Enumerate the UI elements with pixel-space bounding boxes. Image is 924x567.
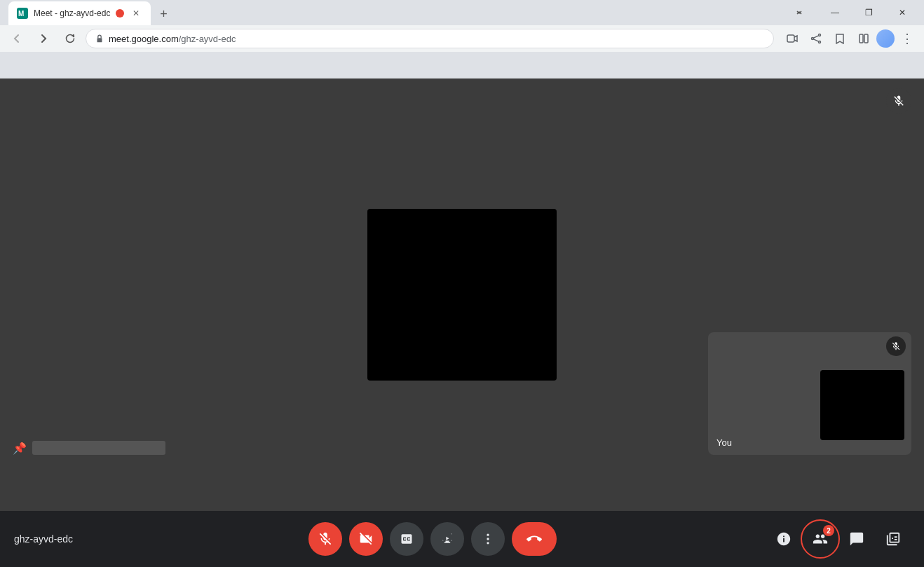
close-tab-button[interactable]: ✕ [130, 7, 142, 20]
end-call-button[interactable] [512, 522, 557, 556]
tab-title: Meet - ghz-ayvd-edc [34, 8, 110, 18]
minimize-button[interactable]: — [819, 1, 851, 24]
chat-icon [849, 531, 864, 547]
browser-actions: ⋮ [781, 27, 918, 50]
self-label: You [716, 437, 732, 448]
meet-favicon: M [17, 8, 28, 19]
meeting-code-label: ghz-ayvd-edc [14, 533, 98, 545]
present-icon [440, 532, 454, 546]
url-bar[interactable]: meet.google.com/ghz-ayvd-edc [86, 29, 774, 48]
end-call-icon [526, 531, 542, 547]
bottom-control-bar: ghz-ayvd-edc [0, 511, 924, 567]
close-window-button[interactable]: ✕ [886, 1, 918, 24]
back-icon [11, 33, 22, 44]
profile-avatar[interactable] [876, 29, 895, 48]
lock-icon [95, 34, 104, 43]
svg-line-7 [813, 36, 818, 38]
mute-icon [892, 95, 905, 107]
camera-off-icon [358, 531, 374, 547]
bookmark-icon [834, 33, 845, 44]
reload-icon [64, 33, 76, 44]
right-controls: 2 [767, 522, 910, 556]
activities-button[interactable] [876, 522, 910, 556]
more-options-button[interactable] [471, 522, 505, 556]
new-tab-button[interactable]: + [154, 4, 173, 24]
self-mute-icon [891, 341, 901, 351]
meeting-info-button[interactable] [767, 522, 801, 556]
camera-button[interactable] [349, 522, 383, 556]
center-controls [107, 522, 759, 556]
info-icon [776, 531, 791, 547]
reader-icon [858, 33, 869, 44]
self-video-header [708, 332, 911, 360]
forward-icon [38, 33, 49, 44]
svg-rect-2 [97, 38, 102, 42]
bookmark-button[interactable] [829, 27, 851, 50]
svg-point-13 [487, 542, 489, 544]
svg-point-6 [819, 41, 821, 43]
title-bar: M Meet - ghz-ayvd-edc ✕ + — ❐ ✕ [0, 0, 924, 25]
activities-icon [885, 531, 901, 547]
svg-line-8 [813, 39, 818, 41]
camera-action-button[interactable] [781, 27, 803, 50]
browser-chrome: M Meet - ghz-ayvd-edc ✕ + — ❐ ✕ [0, 0, 924, 78]
svg-text:M: M [18, 10, 24, 18]
window-controls: — ❐ ✕ [785, 1, 918, 24]
chat-button[interactable] [840, 522, 874, 556]
pin-name-bar: 📌 [13, 441, 165, 455]
svg-rect-10 [864, 34, 868, 43]
reload-button[interactable] [59, 27, 81, 50]
captions-icon [400, 532, 414, 546]
mute-button[interactable] [308, 522, 342, 556]
svg-rect-3 [787, 35, 794, 42]
top-right-mute-indicator [886, 88, 911, 114]
collapse-button[interactable] [785, 1, 817, 24]
back-button[interactable] [6, 27, 28, 50]
mic-off-icon [318, 531, 333, 547]
recording-indicator [116, 9, 124, 18]
address-bar: meet.google.com/ghz-ayvd-edc ⋮ [0, 25, 924, 52]
self-video-feed [820, 370, 904, 440]
present-button[interactable] [430, 522, 464, 556]
meet-application: 📌 You ghz-ayvd-edc [0, 78, 924, 567]
share-button[interactable] [805, 27, 827, 50]
maximize-button[interactable]: ❐ [852, 1, 885, 24]
svg-point-4 [819, 34, 821, 36]
svg-point-12 [487, 538, 489, 540]
share-icon [810, 33, 822, 44]
self-video-tile[interactable]: You [708, 332, 911, 455]
collapse-icon [796, 8, 806, 18]
active-tab[interactable]: M Meet - ghz-ayvd-edc ✕ [8, 1, 151, 25]
camera-icon [787, 33, 798, 44]
more-vert-icon [481, 532, 495, 546]
pin-icon: 📌 [13, 442, 27, 455]
self-video-content [708, 360, 911, 455]
more-options-button[interactable]: ⋮ [896, 27, 918, 50]
participant-name-redacted [32, 441, 165, 455]
tab-bar: M Meet - ghz-ayvd-edc ✕ + [6, 0, 782, 25]
captions-button[interactable] [390, 522, 423, 556]
svg-point-5 [812, 38, 814, 40]
forward-button[interactable] [32, 27, 55, 50]
svg-rect-9 [860, 34, 863, 43]
main-video-area: 📌 You [0, 78, 924, 511]
people-button[interactable]: 2 [803, 522, 837, 556]
participant-count-badge: 2 [823, 525, 834, 536]
reader-mode-button[interactable] [852, 27, 875, 50]
svg-point-11 [487, 534, 489, 536]
url-text: meet.google.com/ghz-ayvd-edc [109, 34, 236, 44]
main-participant-video [367, 209, 557, 381]
self-mute-indicator [886, 336, 906, 356]
